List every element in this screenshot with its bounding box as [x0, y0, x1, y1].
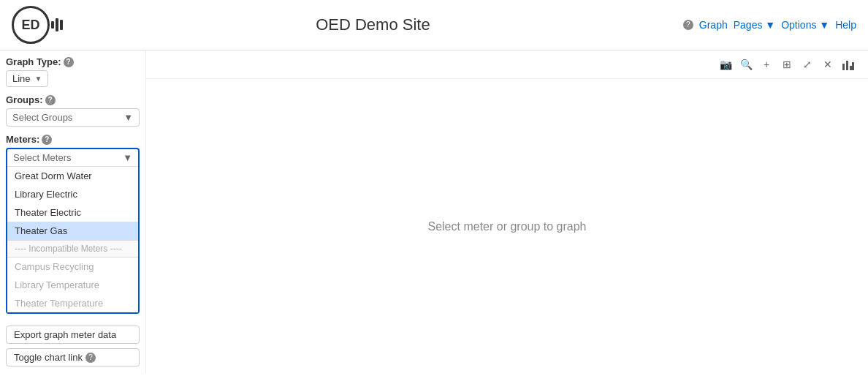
meters-caret: ▼ — [123, 152, 132, 163]
logo-bar-1 — [51, 21, 54, 29]
groups-caret: ▼ — [123, 112, 133, 123]
graph-type-section: Graph Type: ? Line ▼ — [6, 56, 140, 87]
svg-rect-2 — [850, 66, 852, 70]
chart-toolbar: 📷 🔍 + ⊞ ⤢ ✕ — [146, 50, 868, 79]
logo-text: ED — [21, 18, 39, 33]
toolbar-bar-chart-icon[interactable] — [840, 56, 856, 72]
toolbar-grid-icon[interactable]: ⊞ — [779, 56, 795, 72]
svg-rect-0 — [842, 64, 845, 70]
main-layout: Graph Type: ? Line ▼ Groups: ? Select Gr… — [0, 50, 868, 374]
toolbar-expand-icon[interactable]: ⤢ — [799, 56, 815, 72]
export-button[interactable]: Export graph meter data — [6, 326, 140, 344]
meters-dropdown-container: Select Meters ▼ Great Dorm Water Library… — [6, 148, 140, 314]
meter-item-theater-electric[interactable]: Theater Electric — [7, 203, 138, 222]
graph-type-dropdown[interactable]: Line ▼ — [6, 70, 48, 87]
svg-rect-1 — [846, 61, 848, 70]
graph-empty-message: Select meter or group to graph — [427, 220, 586, 233]
logo-circle: ED — [12, 6, 50, 44]
toolbar-zoom-icon[interactable]: 🔍 — [738, 56, 754, 72]
header: ED OED Demo Site ? Graph Pages ▼ Options… — [0, 0, 868, 50]
groups-help-icon[interactable]: ? — [45, 95, 56, 105]
nav-graph-link[interactable]: Graph — [699, 19, 728, 31]
meter-item-library-temperature: Library Temperature — [7, 276, 138, 294]
nav-pages-dropdown[interactable]: Pages ▼ — [734, 19, 775, 31]
logo-bar-3 — [60, 20, 63, 30]
nav-options-dropdown[interactable]: Options ▼ — [781, 19, 829, 31]
groups-section: Groups: ? Select Groups ▼ — [6, 94, 140, 127]
meter-item-library-electric[interactable]: Library Electric — [7, 185, 138, 203]
nav-help-link[interactable]: Help — [835, 19, 856, 31]
graph-type-caret: ▼ — [35, 75, 42, 83]
meters-select-button[interactable]: Select Meters ▼ — [7, 149, 138, 166]
toolbar-camera-icon[interactable]: 📷 — [717, 56, 734, 72]
logo: ED — [12, 6, 63, 44]
meter-item-great-dorm-water[interactable]: Great Dorm Water — [7, 167, 138, 185]
graph-type-value: Line — [12, 73, 31, 84]
meters-placeholder: Select Meters — [13, 152, 71, 163]
meters-dropdown-list[interactable]: Great Dorm Water Library Electric Theate… — [7, 166, 138, 312]
toolbar-plus-icon[interactable]: + — [758, 56, 774, 72]
main-content: 📷 🔍 + ⊞ ⤢ ✕ Select meter or group to gra… — [146, 50, 868, 374]
toolbar-reset-icon[interactable]: ✕ — [820, 56, 836, 72]
meters-help-icon[interactable]: ? — [42, 135, 52, 145]
bottom-buttons: Export graph meter data Toggle chart lin… — [6, 326, 140, 366]
nav-links: ? Graph Pages ▼ Options ▼ Help — [683, 19, 856, 31]
meter-item-campus-recycling: Campus Recycling — [7, 257, 138, 276]
toggle-help-icon[interactable]: ? — [85, 353, 96, 363]
meters-label: Meters: ? — [6, 134, 140, 145]
incompatible-meters-divider: ---- Incompatible Meters ---- — [7, 240, 138, 257]
logo-bars — [51, 18, 63, 31]
meters-section: Meters: ? Select Meters ▼ Great Dorm Wat… — [6, 134, 140, 314]
nav-help-icon[interactable]: ? — [683, 20, 693, 30]
meter-item-theater-gas[interactable]: Theater Gas — [7, 222, 138, 240]
site-title: OED Demo Site — [316, 15, 430, 34]
graph-empty-area: Select meter or group to graph — [146, 79, 868, 374]
groups-label: Groups: ? — [6, 94, 140, 105]
svg-rect-3 — [852, 62, 854, 70]
sidebar: Graph Type: ? Line ▼ Groups: ? Select Gr… — [0, 50, 146, 374]
groups-select[interactable]: Select Groups ▼ — [6, 108, 140, 127]
toggle-chart-link-button[interactable]: Toggle chart link ? — [6, 348, 140, 366]
groups-placeholder: Select Groups — [12, 112, 72, 123]
meter-item-theater-temperature: Theater Temperature — [7, 294, 138, 312]
graph-type-help-icon[interactable]: ? — [64, 57, 74, 67]
logo-bar-2 — [56, 18, 58, 31]
graph-type-label: Graph Type: ? — [6, 56, 140, 67]
